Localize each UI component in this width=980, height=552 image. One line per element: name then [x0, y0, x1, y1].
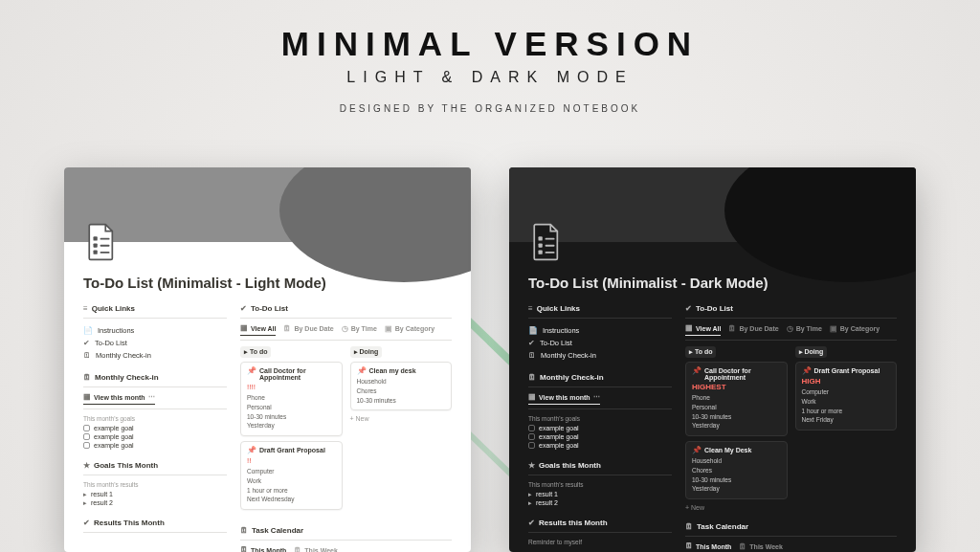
board-col-todo[interactable]: ▸ To do [685, 346, 716, 358]
todo-view-tabs: ▦View All 🗓By Due Date ◷By Time ▣By Cate… [685, 324, 897, 336]
list-item[interactable]: result 1 [83, 490, 227, 498]
menu-icon: ≡ [83, 305, 88, 313]
pin-icon: 📌 [692, 367, 702, 375]
promo-title: MINIMAL VERSION [0, 0, 980, 63]
task-card[interactable]: 📌Draft Grant Proposal !! Computer Work 1… [240, 441, 343, 510]
star-icon: ★ [83, 462, 90, 470]
clock-icon: ◷ [342, 325, 348, 333]
priority-badge: !!!! [247, 383, 336, 391]
results-label: This month's results [83, 481, 227, 488]
link-monthly[interactable]: 🗓Monthly Check-in [83, 349, 227, 362]
link-todo[interactable]: ✔To-Do List [83, 337, 227, 349]
checkbox-icon[interactable] [528, 425, 535, 431]
tab-view-all[interactable]: ▦View All [240, 324, 276, 336]
results-this-month-heading: Results this Month [539, 519, 608, 527]
goal-item[interactable]: example goal [528, 432, 672, 441]
link-instructions[interactable]: 📄Instructions [83, 324, 227, 337]
checklist-page-icon [530, 223, 563, 261]
goal-item[interactable]: example goal [83, 441, 227, 450]
quick-links-heading: Quick Links [537, 304, 580, 313]
task-card[interactable]: 📌Call Doctor for Appointment HIGHEST Pho… [685, 362, 788, 436]
check-icon: ✔ [685, 305, 692, 313]
light-mode-screenshot: To-Do List (Minimalist - Light Mode) ≡Qu… [64, 167, 471, 552]
link-todo[interactable]: ✔To-Do List [528, 337, 672, 349]
calendar-icon: 🗓 [739, 543, 746, 551]
pin-icon: 📌 [692, 447, 702, 454]
calendar-icon: 🗓 [728, 325, 736, 333]
task-calendar-heading: Task Calendar [252, 526, 303, 535]
star-icon: ★ [528, 462, 535, 470]
check-icon: ✔ [83, 519, 90, 527]
goal-item[interactable]: example goal [83, 424, 227, 432]
new-task-button[interactable]: + New [350, 415, 453, 422]
tab-this-week[interactable]: 🗓This Week [294, 546, 338, 552]
svg-rect-2 [94, 251, 98, 254]
pin-icon: 📌 [357, 367, 367, 375]
calendar-icon: 🗓 [294, 547, 301, 553]
task-card[interactable]: 📌Clean my desk Household Chores 10-30 mi… [350, 362, 453, 410]
new-task-button[interactable]: + New [685, 504, 788, 511]
checkbox-icon[interactable] [83, 425, 90, 431]
monthly-checkin-heading: Monthly Check-in [95, 373, 159, 382]
link-instructions[interactable]: 📄Instructions [528, 324, 672, 337]
tab-by-category[interactable]: ▣By Category [385, 324, 434, 336]
tab-by-due-date[interactable]: 🗓By Due Date [283, 324, 333, 336]
list-item[interactable]: result 2 [528, 498, 672, 507]
tab-this-month[interactable]: 🗓This Month [685, 542, 731, 552]
tab-view-this-month[interactable]: ▦View this month ⋯ [83, 393, 155, 405]
pin-icon: 📌 [802, 367, 812, 375]
svg-rect-4 [100, 245, 110, 247]
monthly-checkin-heading: Monthly Check-in [540, 373, 604, 382]
page-cover [509, 167, 916, 242]
check-icon: ✔ [83, 340, 90, 347]
quick-links-heading: Quick Links [92, 304, 135, 313]
priority-badge: HIGH [802, 377, 891, 386]
task-card[interactable]: 📌Clean My Desk Household Chores 10-30 mi… [685, 441, 788, 499]
tab-by-due-date[interactable]: 🗓By Due Date [728, 324, 778, 336]
svg-rect-9 [546, 238, 555, 240]
results-label: This month's results [528, 481, 672, 488]
tab-view-all[interactable]: ▦View All [685, 324, 721, 336]
tab-by-time[interactable]: ◷By Time [342, 324, 377, 336]
list-item[interactable]: result 2 [83, 498, 227, 507]
checkbox-icon[interactable] [83, 442, 90, 449]
reminder-text: Reminder to myself [528, 539, 672, 545]
doc-icon: 📄 [83, 327, 93, 335]
goal-item[interactable]: example goal [528, 441, 672, 450]
calendar-icon: 🗓 [240, 546, 248, 552]
tab-view-this-month[interactable]: ▦View this month ⋯ [528, 393, 600, 405]
goals-label: This month's goals [528, 415, 672, 422]
link-monthly[interactable]: 🗓Monthly Check-in [528, 349, 672, 362]
calendar-icon: 🗓 [685, 542, 693, 550]
pin-icon: 📌 [247, 447, 256, 454]
board-icon: ▦ [240, 324, 248, 332]
goal-item[interactable]: example goal [83, 432, 227, 441]
todo-heading: To-Do List [696, 304, 733, 313]
checkbox-icon[interactable] [83, 433, 90, 440]
board-col-doing[interactable]: ▸ Doing [795, 346, 828, 358]
list-item[interactable]: result 1 [528, 490, 672, 498]
goal-item[interactable]: example goal [528, 424, 672, 432]
task-card[interactable]: 📌Call Doctor for Appointment !!!! Phone … [240, 362, 343, 436]
tab-this-month[interactable]: 🗓This Month [240, 546, 286, 552]
checkbox-icon[interactable] [528, 442, 535, 449]
task-card[interactable]: 📌Draft Grant Proposal HIGH Computer Work… [795, 362, 898, 431]
calendar-icon: 🗓 [283, 325, 291, 333]
tab-this-week[interactable]: 🗓This Week [739, 542, 783, 552]
tab-by-time[interactable]: ◷By Time [787, 324, 822, 336]
promo-credit: DESIGNED BY THE ORGANIZED NOTEBOOK [0, 103, 980, 114]
dark-mode-screenshot: To-Do List (Minimalist - Dark Mode) ≡Qui… [509, 167, 916, 552]
calendar-icon: 🗓 [240, 527, 248, 535]
menu-icon: ≡ [528, 305, 533, 313]
svg-rect-7 [539, 243, 543, 247]
board-col-doing[interactable]: ▸ Doing [350, 346, 383, 358]
table-icon: ▦ [528, 393, 536, 401]
board-col-todo[interactable]: ▸ To do [240, 346, 271, 358]
tab-by-category[interactable]: ▣By Category [830, 324, 880, 336]
todo-heading: To-Do List [251, 304, 288, 313]
checkbox-icon[interactable] [528, 433, 535, 440]
svg-rect-3 [100, 238, 110, 240]
calendar-icon: 🗓 [685, 523, 693, 531]
svg-rect-5 [100, 252, 110, 254]
calendar-icon: 🗓 [83, 374, 91, 382]
